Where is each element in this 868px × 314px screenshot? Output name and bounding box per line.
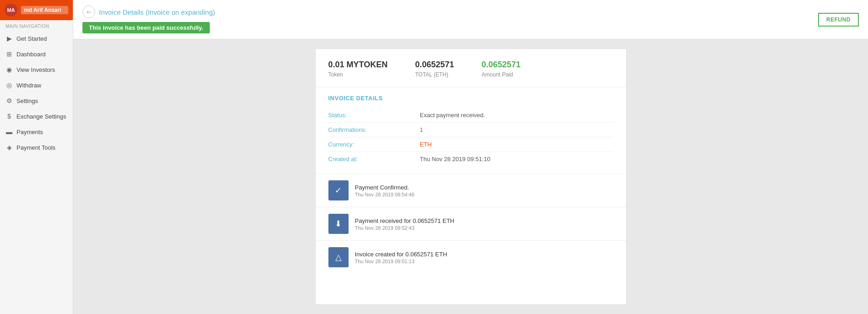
sidebar-item-payment-tools[interactable]: ◈ Payment Tools [0, 140, 73, 155]
sidebar-item-exchange-settings[interactable]: $ Exchange Settings [0, 108, 73, 124]
invoice-details-section: INVOICE DETAILS Status: Exact payment re… [316, 87, 626, 173]
detail-key-1: Confirmations: [328, 126, 420, 133]
event-time-1: Thu Nov 28 2019 09:52:43 [355, 225, 455, 231]
total-eth-summary: 0.0652571 TOTAL (ETH) [415, 60, 454, 78]
detail-val-2: ETH [420, 141, 432, 148]
sidebar-item-payments[interactable]: ▬ Payments [0, 124, 73, 140]
amount-paid-label: Amount Paid [481, 71, 520, 78]
view-investors-icon: ◉ [5, 66, 13, 73]
content-area: 0.01 MYTOKEN Token 0.0652571 TOTAL (ETH)… [73, 39, 868, 314]
detail-val-0: Exact payment received. [420, 112, 485, 119]
sidebar-header: MA md Arif Ansari [0, 0, 73, 20]
amount-paid: 0.0652571 [481, 60, 520, 70]
token-label: Token [328, 71, 388, 78]
invoice-card: 0.01 MYTOKEN Token 0.0652571 TOTAL (ETH)… [315, 49, 627, 305]
event-icon-2: △ [328, 247, 349, 267]
event-item: ⬇ Payment received for 0.0652571 ETH Thu… [316, 207, 626, 240]
sidebar-label-dashboard: Dashboard [16, 51, 46, 58]
detail-key-0: Status: [328, 112, 420, 119]
event-item: ✓ Payment Confirmed. Thu Nov 28 2019 09:… [316, 173, 626, 207]
sidebar-label-payments: Payments [16, 129, 43, 135]
sidebar-label-payment-tools: Payment Tools [16, 144, 55, 151]
detail-row: Currency: ETH [328, 137, 613, 152]
event-item: △ Invoice created for 0.0652571 ETH Thu … [316, 240, 626, 274]
detail-val-1: 1 [420, 126, 423, 133]
event-time-0: Thu Nov 28 2019 09:54:46 [355, 192, 415, 197]
sidebar-label-settings: Settings [16, 97, 38, 104]
total-eth: 0.0652571 [415, 60, 454, 70]
get-started-icon: ▶ [5, 35, 13, 42]
sidebar-label-exchange-settings: Exchange Settings [16, 113, 66, 120]
dashboard-icon: ⊞ [5, 50, 13, 58]
sidebar: MA md Arif Ansari MAIN NAVIGATION ▶ Get … [0, 0, 73, 314]
back-button[interactable]: ← [82, 5, 95, 18]
invoice-summary: 0.01 MYTOKEN Token 0.0652571 TOTAL (ETH)… [316, 49, 626, 87]
event-icon-1: ⬇ [328, 214, 349, 234]
withdraw-icon: ◎ [5, 81, 13, 89]
sidebar-item-settings[interactable]: ⚙ Settings [0, 93, 73, 108]
payment-tools-icon: ◈ [5, 144, 13, 151]
section-title: INVOICE DETAILS [328, 95, 613, 102]
total-eth-label: TOTAL (ETH) [415, 71, 454, 78]
main-content: ← Invoice Details (Invoice on expanding)… [73, 0, 868, 314]
sidebar-username: md Arif Ansari [21, 6, 68, 14]
sidebar-item-dashboard[interactable]: ⊞ Dashboard [0, 46, 73, 62]
sidebar-item-withdraw[interactable]: ◎ Withdraw [0, 77, 73, 93]
sidebar-label-withdraw: Withdraw [16, 82, 41, 89]
token-summary: 0.01 MYTOKEN Token [328, 60, 388, 78]
breadcrumb-row: ← Invoice Details (Invoice on expanding) [82, 5, 215, 18]
token-amount: 0.01 MYTOKEN [328, 60, 388, 70]
payments-icon: ▬ [5, 128, 13, 135]
detail-row: Created at: Thu Nov 28 2019 09:51:10 [328, 152, 613, 166]
sidebar-label-view-investors: View Investors [16, 66, 55, 73]
event-time-2: Thu Nov 28 2019 09:51:13 [355, 259, 448, 264]
top-bar-left: ← Invoice Details (Invoice on expanding)… [82, 5, 215, 33]
page-title: Invoice Details (Invoice on expanding) [99, 8, 215, 16]
exchange-settings-icon: $ [5, 113, 13, 120]
detail-row: Confirmations: 1 [328, 123, 613, 137]
refund-button[interactable]: REFUND [818, 13, 859, 27]
settings-icon: ⚙ [5, 97, 13, 104]
event-icon-0: ✓ [328, 180, 349, 200]
success-badge: This invoice has been paid successfully. [82, 22, 210, 33]
sidebar-item-get-started[interactable]: ▶ Get Started [0, 31, 73, 46]
amount-paid-summary: 0.0652571 Amount Paid [481, 60, 520, 78]
nav-label: MAIN NAVIGATION [0, 20, 73, 31]
event-title-2: Invoice created for 0.0652571 ETH [355, 251, 448, 258]
top-bar: ← Invoice Details (Invoice on expanding)… [73, 0, 868, 39]
sidebar-label-get-started: Get Started [16, 35, 47, 42]
event-title-0: Payment Confirmed. [355, 184, 415, 191]
detail-val-3: Thu Nov 28 2019 09:51:10 [420, 156, 491, 162]
detail-key-2: Currency: [328, 141, 420, 148]
detail-key-3: Created at: [328, 156, 420, 162]
avatar: MA [5, 4, 17, 16]
sidebar-item-view-investors[interactable]: ◉ View Investors [0, 62, 73, 77]
event-title-1: Payment received for 0.0652571 ETH [355, 217, 455, 224]
detail-row: Status: Exact payment received. [328, 108, 613, 123]
